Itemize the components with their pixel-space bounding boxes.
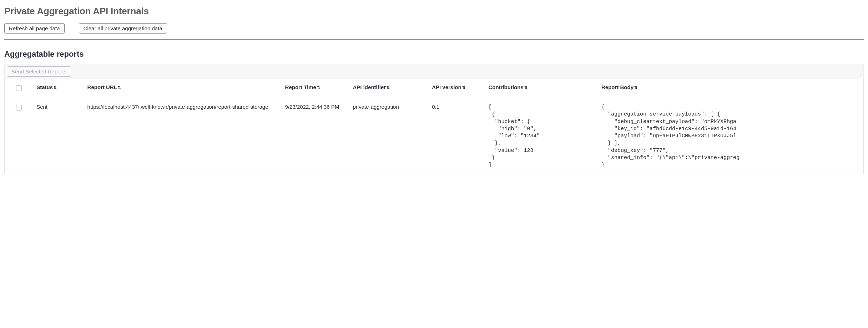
sort-icon: ⇅ — [54, 86, 57, 89]
column-label: Status — [36, 84, 53, 90]
select-all-checkbox[interactable] — [16, 85, 22, 91]
page-title: Private Aggregation API Internals — [4, 6, 864, 17]
column-header-report-url[interactable]: Report URL⇅ — [84, 79, 282, 97]
reports-table: Status⇅ Report URL⇅ Report Time⇅ API ide… — [5, 79, 863, 174]
refresh-button[interactable]: Refresh all page data — [4, 23, 65, 34]
column-label: Report Time — [285, 84, 316, 90]
sort-icon: ⇅ — [634, 86, 637, 89]
report-time-cell: 9/23/2022, 2:44:36 PM — [282, 97, 349, 174]
report-body-cell: { "aggregation_service_payloads": [ { "d… — [598, 97, 863, 174]
column-label: API identifier — [353, 84, 386, 90]
main-toolbar: Refresh all page data Clear all private … — [4, 23, 864, 40]
column-header-api-identifier[interactable]: API identifier⇅ — [349, 79, 429, 97]
column-header-status[interactable]: Status⇅ — [33, 79, 84, 97]
api-version-cell: 0.1 — [428, 97, 485, 174]
api-identifier-cell: private-aggregation — [349, 97, 429, 174]
sort-icon: ⇅ — [462, 86, 465, 89]
table-header-row: Status⇅ Report URL⇅ Report Time⇅ API ide… — [5, 79, 863, 97]
sort-icon: ⇅ — [317, 86, 320, 89]
clear-data-button[interactable]: Clear all private aggregation data — [79, 23, 167, 34]
table-row: Sent https://localhost:4437/.well-known/… — [5, 97, 863, 174]
aggregatable-reports-heading: Aggregatable reports — [4, 50, 864, 59]
column-header-select-all[interactable] — [5, 79, 33, 97]
column-label: Contributions — [488, 84, 523, 90]
row-checkbox[interactable] — [16, 105, 22, 111]
column-label: Report URL — [87, 84, 117, 90]
contributions-json: [ { "bucket": { "high": "0", "low": "123… — [488, 104, 594, 169]
column-header-contributions[interactable]: Contributions⇅ — [485, 79, 598, 97]
contributions-cell: [ { "bucket": { "high": "0", "low": "123… — [485, 97, 598, 174]
status-cell: Sent — [33, 97, 84, 174]
row-select-cell[interactable] — [5, 97, 33, 174]
column-label: Report Body — [601, 84, 634, 90]
sort-icon: ⇅ — [387, 86, 390, 89]
report-body-json: { "aggregation_service_payloads": [ { "d… — [601, 104, 860, 169]
reports-table-container: Status⇅ Report URL⇅ Report Time⇅ API ide… — [4, 79, 864, 174]
reports-toolbar: Send Selected Reports — [4, 64, 864, 79]
column-header-report-body[interactable]: Report Body⇅ — [598, 79, 863, 97]
sort-icon: ⇅ — [118, 86, 121, 89]
send-selected-reports-button[interactable]: Send Selected Reports — [7, 66, 71, 77]
column-header-api-version[interactable]: API version⇅ — [428, 79, 485, 97]
report-url-cell: https://localhost:4437/.well-known/priva… — [84, 97, 282, 174]
sort-icon: ⇅ — [524, 86, 528, 89]
column-header-report-time[interactable]: Report Time⇅ — [282, 79, 349, 97]
column-label: API version — [432, 84, 461, 90]
